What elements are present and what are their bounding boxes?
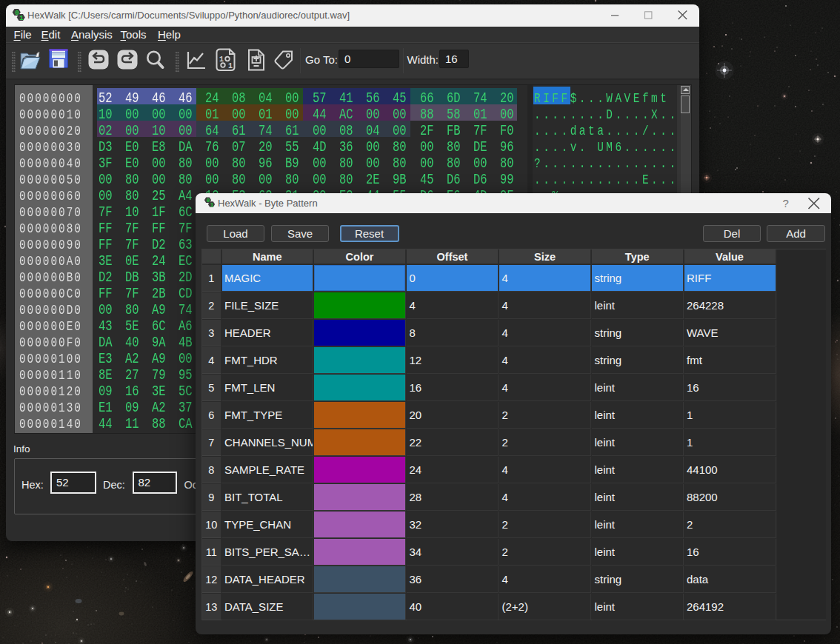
svg-text:1: 1 <box>228 62 233 70</box>
svg-text:1: 1 <box>19 14 24 21</box>
svg-text:1: 1 <box>210 201 214 207</box>
